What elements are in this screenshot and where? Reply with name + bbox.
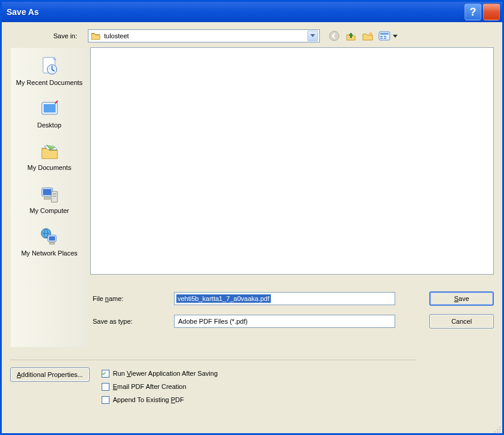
svg-point-25 [497,431,498,433]
svg-point-22 [499,429,500,430]
help-button[interactable]: ? [465,4,481,20]
desktop-icon [38,98,61,120]
shortcut-label: My Computer [29,207,69,215]
my-documents-icon [38,140,61,163]
checkbox-icon [102,396,109,404]
dialog-body: Save in: tulosteet [2,22,502,433]
sidebar-item-mydocs[interactable]: My Documents [14,136,85,179]
svg-point-26 [494,431,496,433]
file-name-label: File name: [90,295,174,302]
shortcut-label: My Documents [28,164,71,172]
save-as-dialog: Save As ? Save in: tulosteet [0,0,504,435]
svg-rect-16 [44,197,50,199]
create-new-folder-button[interactable] [362,30,374,42]
save-as-type-combo[interactable]: Adobe PDF Files (*.pdf) [174,315,395,328]
svg-rect-5 [380,38,383,39]
svg-point-23 [499,431,500,433]
folder-icon [91,32,100,40]
my-computer-icon [38,183,61,206]
check-label: Email PDF After Creation [113,383,187,390]
file-name-input[interactable]: vehti5b_kartta1_7_a0vaaka.pdf [174,292,395,305]
check-email-pdf[interactable]: Email PDF After Creation [102,381,218,393]
svg-rect-6 [384,38,386,39]
bottom-area: Additional Properties... Run Viewer Appl… [10,360,416,407]
check-label: Run Viewer Application After Saving [113,370,218,377]
window-title: Save As [7,7,463,17]
titlebar: Save As ? [2,2,502,22]
checkbox-icon [102,370,109,378]
back-button[interactable] [328,30,340,42]
close-button[interactable] [483,4,500,20]
chevron-down-icon[interactable] [307,31,318,41]
svg-rect-19 [49,236,55,241]
svg-point-24 [497,429,498,430]
svg-rect-14 [53,193,56,194]
svg-rect-4 [384,36,386,37]
up-one-level-button[interactable] [345,30,357,42]
sidebar-item-network[interactable]: My Network Places [14,222,85,264]
sidebar-item-desktop[interactable]: Desktop [14,94,85,136]
shortcut-label: Desktop [37,121,61,129]
fields: File name: vehti5b_kartta1_7_a0vaaka.pdf… [90,291,494,328]
file-name-value: vehti5b_kartta1_7_a0vaaka.pdf [176,294,271,303]
save-in-row: Save in: tulosteet [28,29,494,42]
resize-grip[interactable] [491,424,501,433]
svg-rect-20 [50,242,54,244]
additional-properties-button[interactable]: Additional Properties... [10,367,90,382]
shortcut-bar: My Recent Documents Desktop My Documents [10,47,88,348]
shortcut-label: My Recent Documents [16,79,83,87]
checkbox-icon [102,383,109,391]
svg-rect-12 [43,189,51,195]
svg-rect-10 [44,104,56,112]
views-button[interactable] [378,30,399,42]
shortcut-label: My Network Places [21,250,77,257]
save-in-value: tulosteet [103,32,307,39]
sidebar-item-recent[interactable]: My Recent Documents [14,51,85,94]
svg-rect-3 [380,36,383,37]
check-run-viewer[interactable]: Run Viewer Application After Saving [102,367,218,379]
sidebar-item-mycomputer[interactable]: My Computer [14,180,85,222]
options-checks: Run Viewer Application After Saving Emai… [102,367,218,407]
save-as-type-value: Adobe PDF Files (*.pdf) [176,318,393,325]
cancel-button[interactable]: Cancel [429,314,494,328]
svg-rect-2 [380,33,389,35]
save-in-combo[interactable]: tulosteet [88,29,320,42]
main-row: My Recent Documents Desktop My Documents [10,47,494,348]
svg-rect-15 [53,196,56,197]
save-as-type-label: Save as type: [90,318,174,325]
help-icon: ? [470,6,476,19]
toolbar [328,30,399,42]
recent-documents-icon [38,55,61,78]
save-button[interactable]: Save [429,291,494,306]
file-pane: File name: vehti5b_kartta1_7_a0vaaka.pdf… [90,47,494,348]
save-in-label: Save in: [28,32,88,39]
network-places-icon [38,226,61,248]
check-label: Append To Existing PDF [113,396,184,403]
svg-point-21 [499,427,500,428]
svg-point-0 [329,31,339,41]
check-append-pdf[interactable]: Append To Existing PDF [102,394,218,406]
file-list[interactable] [90,47,494,275]
